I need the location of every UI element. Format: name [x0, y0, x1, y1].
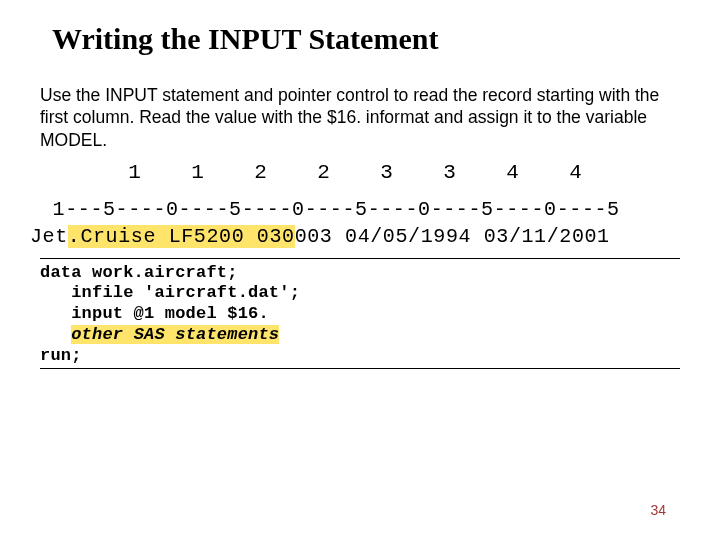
column-ruler-tens: 1 1 2 2 3 3 4 4	[40, 161, 720, 184]
divider-line	[40, 368, 680, 369]
code-line-4-indent	[40, 325, 71, 344]
body-paragraph: Use the INPUT statement and pointer cont…	[40, 84, 680, 151]
code-line-1: data work.aircraft;	[40, 263, 238, 282]
code-line-3: input @1 model $16.	[40, 304, 269, 323]
code-line-4-placeholder: other SAS statements	[71, 325, 279, 344]
column-ruler-units: 1---5----0----5----0----5----0----5----0…	[40, 198, 720, 222]
code-line-2: infile 'aircraft.dat';	[40, 283, 300, 302]
slide-title: Writing the INPUT Statement	[52, 22, 720, 56]
sample-data-row: Jet.Cruise LF5200 030003 04/05/1994 03/1…	[30, 225, 720, 248]
code-line-5: run;	[40, 346, 82, 365]
data-remainder: 003 04/05/1994 03/11/2001	[295, 225, 610, 248]
highlighted-model-field: .Cruise LF5200 030	[68, 225, 295, 248]
page-number: 34	[650, 502, 666, 518]
sas-code-block: data work.aircraft; infile 'aircraft.dat…	[40, 258, 680, 367]
data-prefix: Jet	[30, 225, 68, 248]
